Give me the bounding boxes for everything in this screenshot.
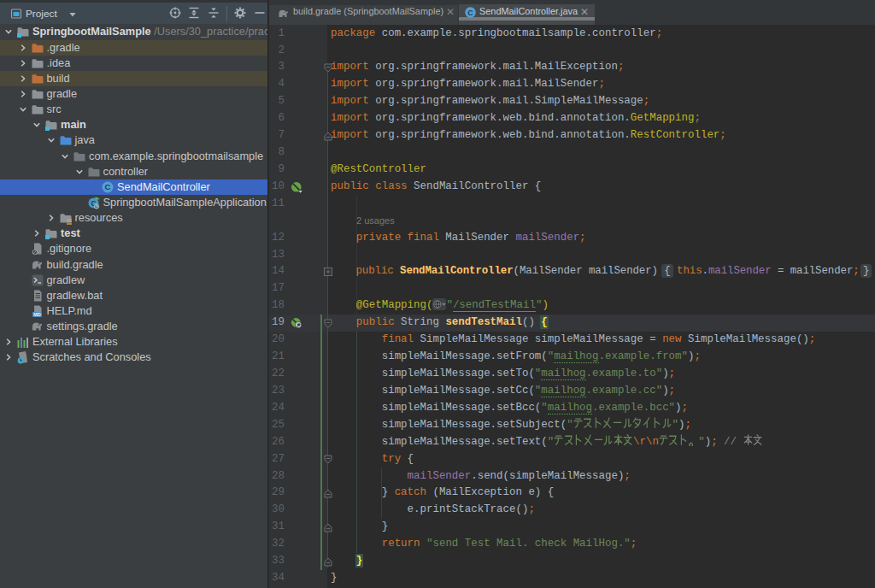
svg-text:C: C: [105, 182, 111, 191]
svg-text:MD: MD: [33, 312, 41, 317]
svg-text:C: C: [467, 9, 473, 17]
